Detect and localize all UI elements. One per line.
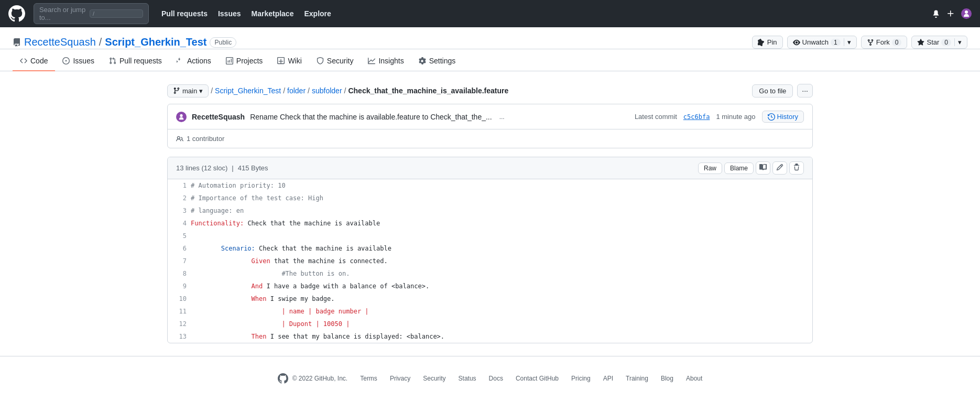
user-avatar[interactable] [961, 8, 972, 19]
github-logo-icon[interactable] [8, 5, 25, 22]
footer-link-about[interactable]: About [686, 375, 702, 382]
branch-selector-button[interactable]: main ▾ [167, 84, 209, 97]
tab-code[interactable]: Code [13, 51, 55, 71]
star-count: 0 [941, 39, 951, 46]
main-content: main ▾ / Script_Gherkin_Test / folder / … [155, 71, 825, 356]
commit-sha-link[interactable]: c5c6bfa [683, 113, 710, 121]
footer-link-docs[interactable]: Docs [489, 375, 503, 382]
delete-file-icon[interactable] [789, 161, 804, 175]
tab-settings[interactable]: Settings [411, 51, 463, 71]
footer-link-contact[interactable]: Contact GitHub [516, 375, 559, 382]
tab-projects[interactable]: Projects [219, 51, 270, 71]
commit-time: 1 minute ago [716, 113, 755, 121]
file-view: 13 lines (12 sloc) | 415 Bytes Raw Blame [167, 157, 813, 343]
topnav-marketplace-link[interactable]: Marketplace [247, 7, 298, 20]
topnav-explore-link[interactable]: Explore [300, 7, 335, 20]
display-mode-icon[interactable] [756, 161, 770, 175]
tab-insights[interactable]: Insights [361, 51, 411, 71]
commit-right: Latest commit c5c6bfa 1 minute ago Histo… [635, 111, 804, 123]
latest-commit-label: Latest commit [635, 113, 677, 121]
repo-icon [13, 38, 21, 47]
breadcrumb-bar: main ▾ / Script_Gherkin_Test / folder / … [167, 84, 813, 97]
footer-link-security[interactable]: Security [423, 375, 445, 382]
table-row: 9 And I have a badge with a balance of <… [168, 280, 812, 292]
tab-wiki[interactable]: Wiki [270, 51, 309, 71]
repo-header: RecetteSquash / Script_Gherkin_Test Publ… [0, 27, 980, 49]
table-row: 7 Given that the machine is connected. [168, 255, 812, 267]
pin-label: Pin [767, 38, 777, 46]
raw-button[interactable]: Raw [698, 162, 722, 174]
star-button[interactable]: Star 0 ▾ [911, 36, 967, 49]
line-number: 3 [168, 204, 189, 217]
breadcrumb-subfolder-link[interactable]: subfolder [312, 86, 342, 95]
search-bar[interactable]: Search or jump to... / [34, 3, 149, 24]
file-size: 415 Bytes [238, 164, 268, 172]
breadcrumb-folder-link[interactable]: folder [287, 86, 306, 95]
fork-label: Fork [876, 38, 890, 46]
topnav-pull-requests-link[interactable]: Pull requests [157, 7, 212, 20]
footer-github-icon [278, 373, 288, 384]
commit-author-name: RecetteSquash [192, 113, 245, 121]
code-content: 1# Automation priority: 102# Importance … [168, 179, 812, 343]
footer-link-terms[interactable]: Terms [360, 375, 377, 382]
contributors-icon [176, 135, 183, 143]
file-actions: Raw Blame [698, 161, 804, 175]
repo-name-link[interactable]: Script_Gherkin_Test [105, 36, 206, 48]
contributor-row: 1 contributor [168, 129, 812, 148]
footer-link-privacy[interactable]: Privacy [390, 375, 410, 382]
fork-button[interactable]: Fork 0 [861, 36, 908, 49]
table-row: 4Functionality: Check that the machine i… [168, 217, 812, 230]
goto-file-button[interactable]: Go to file [752, 84, 793, 97]
tab-issues[interactable]: Issues [55, 51, 101, 71]
search-shortcut-kbd: / [90, 9, 143, 18]
blame-button[interactable]: Blame [724, 162, 754, 174]
tab-actions[interactable]: Actions [169, 51, 219, 71]
repo-owner-link[interactable]: RecetteSquash [24, 36, 96, 48]
footer-link-training[interactable]: Training [626, 375, 648, 382]
line-number: 8 [168, 267, 189, 280]
table-row: 10 When I swipe my badge. [168, 292, 812, 305]
tab-security-label: Security [327, 57, 354, 65]
line-number: 2 [168, 192, 189, 204]
footer-link-pricing[interactable]: Pricing [571, 375, 591, 382]
commit-info-box: RecetteSquash Rename Check that the mach… [167, 104, 813, 148]
repo-title: RecetteSquash / Script_Gherkin_Test Publ… [13, 36, 236, 48]
commit-row: RecetteSquash Rename Check that the mach… [168, 104, 812, 129]
file-header: 13 lines (12 sloc) | 415 Bytes Raw Blame [168, 157, 812, 179]
footer-link-api[interactable]: API [603, 375, 613, 382]
unwatch-label: Unwatch [802, 38, 829, 46]
tab-pull-requests[interactable]: Pull requests [102, 51, 169, 71]
repo-separator: / [99, 36, 102, 48]
topnav-issues-link[interactable]: Issues [214, 7, 245, 20]
tab-security[interactable]: Security [309, 51, 361, 71]
history-button[interactable]: History [762, 111, 804, 123]
star-arrow-icon[interactable]: ▾ [954, 38, 962, 46]
commit-author-avatar [176, 112, 187, 122]
pin-button[interactable]: Pin [752, 36, 783, 49]
unwatch-arrow-icon[interactable]: ▾ [844, 38, 851, 46]
line-content: When I swipe my badge. [189, 292, 812, 305]
tab-wiki-label: Wiki [288, 57, 301, 65]
line-number: 10 [168, 292, 189, 305]
table-row: 3# language: en [168, 204, 812, 217]
edit-file-icon[interactable] [772, 161, 787, 175]
unwatch-button[interactable]: Unwatch 1 ▾ [787, 36, 857, 49]
breadcrumb-repo-link[interactable]: Script_Gherkin_Test [215, 86, 281, 95]
fork-count: 0 [892, 39, 902, 46]
notifications-bell-icon[interactable] [932, 9, 940, 18]
tab-code-label: Code [30, 57, 48, 65]
footer-link-status[interactable]: Status [459, 375, 476, 382]
line-number: 5 [168, 230, 189, 242]
footer-link-blog[interactable]: Blog [661, 375, 673, 382]
breadcrumb-sep1: / [211, 86, 213, 95]
commit-left: RecetteSquash Rename Check that the mach… [176, 112, 505, 122]
contributor-count: 1 contributor [187, 135, 224, 143]
line-content: # Importance of the test case: High [189, 192, 812, 204]
line-number: 11 [168, 305, 189, 318]
plus-icon[interactable] [946, 9, 955, 18]
file-meta: 13 lines (12 sloc) | 415 Bytes [176, 164, 268, 172]
breadcrumb-sep3: / [308, 86, 310, 95]
more-options-button[interactable]: ··· [797, 84, 813, 97]
line-content: | Dupont | 10050 | [189, 318, 812, 330]
line-content: Given that the machine is connected. [189, 255, 812, 267]
